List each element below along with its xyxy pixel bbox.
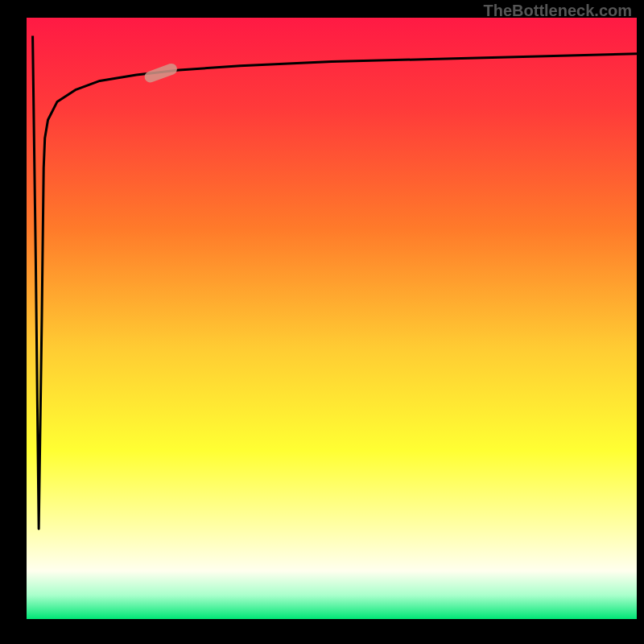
chart-container: TheBottleneck.com — [0, 0, 644, 644]
chart-svg — [27, 18, 637, 619]
plot-area — [27, 18, 637, 619]
watermark-text: TheBottleneck.com — [484, 2, 632, 20]
data-marker — [143, 62, 179, 85]
svg-rect-1 — [143, 62, 179, 85]
curve-line — [33, 35, 637, 529]
